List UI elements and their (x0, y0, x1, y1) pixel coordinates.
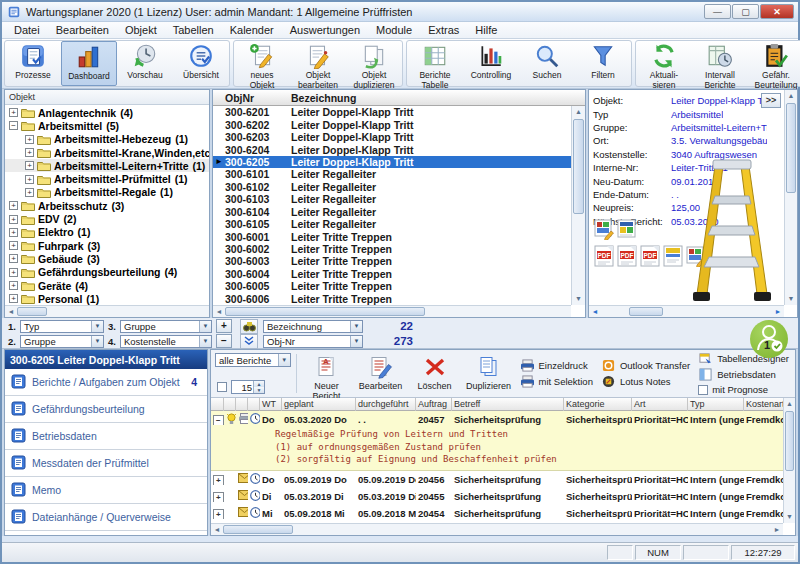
object-row[interactable]: 300-6101Leiter Regalleiter (213, 168, 571, 180)
tree-item[interactable]: +Fuhrpark(3) (5, 239, 209, 252)
toolbar-button-filtern[interactable]: Filtern (575, 41, 631, 86)
limit-checkbox[interactable] (217, 382, 227, 392)
toolbar-button-objekt-duplizieren[interactable]: Objektduplizieren (346, 41, 402, 86)
tree-expand-toggle[interactable]: + (9, 228, 18, 237)
close-button[interactable]: ✕ (760, 4, 794, 19)
report-column-header[interactable]: Art (632, 398, 688, 411)
report-column-header[interactable]: Auftrag (416, 398, 452, 411)
report-column-header[interactable] (248, 398, 260, 411)
object-row[interactable]: 300-6005Leiter Tritte Treppen (213, 280, 571, 292)
toolbar-button-gefaehr-beurteilung[interactable]: Gefähr.Beurteilung (748, 41, 800, 86)
scroll-left-arrow-icon[interactable]: ◄ (5, 308, 17, 315)
filter-select-gruppe-2[interactable]: Gruppe▼ (20, 335, 104, 348)
filter-select-bezeichnung[interactable]: Bezeichnung▼ (263, 320, 363, 333)
attachment-icon-image-note[interactable] (617, 218, 637, 240)
scrollbar-thumb[interactable] (785, 411, 794, 471)
tree-item[interactable]: +Anlagentechnik(4) (5, 106, 209, 119)
expand-box-icon[interactable]: + (213, 509, 224, 519)
menu-item-extras[interactable]: Extras (420, 22, 467, 38)
object-row[interactable]: ►300-6205Leiter Doppel-Klapp Tritt (213, 156, 571, 168)
tree-item[interactable]: +Personal(1) (5, 292, 209, 305)
object-row[interactable]: 300-6201Leiter Doppel-Klapp Tritt (213, 106, 571, 118)
object-row[interactable]: 300-6103Leiter Regalleiter (213, 193, 571, 205)
scroll-down-arrow-icon[interactable]: ▼ (785, 293, 797, 305)
expand-box-icon[interactable]: − (213, 415, 224, 425)
dropdown-arrow-icon[interactable]: ▼ (91, 336, 103, 347)
report-button-edit-report[interactable]: Bearbeiten (354, 352, 408, 395)
attachment-icon-pdf[interactable]: PDF (640, 245, 660, 267)
attachment-icon-pdf[interactable]: PDF (594, 245, 614, 267)
scroll-left-arrow-icon[interactable]: ◄ (213, 308, 225, 315)
toolbar-button-berichte-tabelle[interactable]: BerichteTabelle (407, 41, 463, 86)
tree-item[interactable]: +Geräte(4) (5, 279, 209, 292)
scroll-up-arrow-icon[interactable]: ▲ (784, 398, 795, 410)
expand-box-icon[interactable]: + (213, 475, 224, 485)
tree-expand-toggle[interactable]: + (9, 268, 18, 277)
report-column-header[interactable]: durchgeführt (356, 398, 416, 411)
object-panel-item[interactable]: Messdaten der Prüfmittel (5, 450, 207, 477)
maximize-button[interactable]: ▢ (732, 4, 759, 19)
toolbar-button-vorschau[interactable]: Vorschau (117, 41, 173, 86)
toolbar-button-suchen[interactable]: Suchen (519, 41, 575, 86)
expand-box-icon[interactable]: + (213, 492, 224, 502)
tree-expand-toggle[interactable]: + (25, 175, 34, 184)
attachment-icon-note[interactable] (663, 245, 683, 267)
toolbar-button-dashboard[interactable]: Dashboard (61, 41, 117, 86)
object-panel-item[interactable]: Dateianhänge / Querverweise (5, 504, 207, 531)
column-objnr[interactable]: ObjNr (225, 92, 291, 104)
spinner-down-icon[interactable]: ▼ (253, 387, 264, 393)
object-panel-item[interactable]: Memo (5, 477, 207, 504)
attachment-icon-pdf[interactable]: PDF (617, 245, 637, 267)
scroll-down-arrow-icon[interactable]: ▼ (784, 511, 795, 523)
object-row[interactable]: 300-6004Leiter Tritte Treppen (213, 268, 571, 280)
report-column-header[interactable]: Betreff (452, 398, 564, 411)
tree-expand-toggle[interactable]: + (9, 294, 18, 303)
report-column-header[interactable] (236, 398, 248, 411)
report-expand-toggle[interactable]: − (211, 414, 224, 425)
toolbar-button-prozesse[interactable]: Prozesse (5, 41, 61, 86)
dropdown-arrow-icon[interactable]: ▼ (350, 321, 362, 332)
scroll-right-arrow-icon[interactable]: ► (771, 526, 783, 533)
user-badge[interactable]: 1 (750, 320, 788, 358)
report-row[interactable]: +Do05.09.2019 Do05.09.2019 Do20456Sicher… (211, 471, 783, 488)
scroll-up-arrow-icon[interactable]: ▲ (572, 106, 585, 118)
tree-horizontal-scrollbar[interactable]: ◄ (5, 305, 209, 317)
collapse-chevrons-button[interactable] (240, 334, 258, 349)
toolbar-button-controlling[interactable]: Controlling (463, 41, 519, 86)
tree-expand-toggle[interactable]: + (25, 148, 34, 157)
filter-select-gruppe-3[interactable]: Gruppe▼ (120, 320, 212, 333)
report-row[interactable]: −Do05.03.2020 Do. .20457Sicherheitsprüfu… (211, 411, 783, 428)
scrollbar-thumb[interactable] (223, 525, 293, 534)
toolbar-button-neues-objekt[interactable]: neuesObjekt (234, 41, 290, 86)
menu-item-kalender[interactable]: Kalender (222, 22, 282, 38)
report-filter-select[interactable]: alle Berichte▼ (215, 353, 291, 367)
details-horizontal-scrollbar[interactable]: ◄ ► (589, 305, 784, 317)
details-vertical-scrollbar[interactable]: ▲ ▼ (784, 90, 797, 305)
report-button-delete-report[interactable]: Löschen (408, 352, 462, 395)
object-row[interactable]: 300-6204Leiter Doppel-Klapp Tritt (213, 143, 571, 155)
menu-item-datei[interactable]: Datei (6, 22, 48, 38)
menu-item-bearbeiten[interactable]: Bearbeiten (48, 22, 117, 38)
object-row[interactable]: 300-6203Leiter Doppel-Klapp Tritt (213, 131, 571, 143)
object-panel-item[interactable]: Gefährdungsbeurteilung (5, 396, 207, 423)
menu-item-auswertungen[interactable]: Auswertungen (282, 22, 368, 38)
tree-expand-toggle[interactable]: + (9, 215, 18, 224)
filter-select-objnr[interactable]: Obj-Nr▼ (263, 335, 363, 348)
report-row[interactable]: +Di05.03.2019 Di05.03.2019 Di20455Sicher… (211, 488, 783, 505)
report-expand-toggle[interactable]: + (211, 508, 224, 519)
dropdown-arrow-icon[interactable]: ▼ (350, 336, 362, 347)
scrollbar-thumb[interactable] (225, 307, 425, 316)
betriebsdaten-toggle[interactable]: Betriebsdaten (698, 368, 789, 381)
report-column-header[interactable] (211, 398, 224, 411)
object-panel-item[interactable]: Berichte / Aufgaben zum Objekt4 (5, 369, 207, 396)
report-column-header[interactable]: Typ (688, 398, 744, 411)
object-row[interactable]: 300-6002Leiter Tritte Treppen (213, 243, 571, 255)
report-column-header[interactable]: Kostenart (744, 398, 783, 411)
dropdown-arrow-icon[interactable]: ▼ (91, 321, 103, 332)
object-row[interactable]: 300-6006Leiter Tritte Treppen (213, 293, 571, 305)
tree-expand-toggle[interactable]: + (25, 135, 34, 144)
details-expand-button[interactable]: >> (761, 93, 781, 108)
scroll-left-arrow-icon[interactable]: ◄ (589, 308, 601, 315)
report-column-header[interactable] (224, 398, 236, 411)
tree-expand-toggle[interactable]: + (25, 188, 34, 197)
